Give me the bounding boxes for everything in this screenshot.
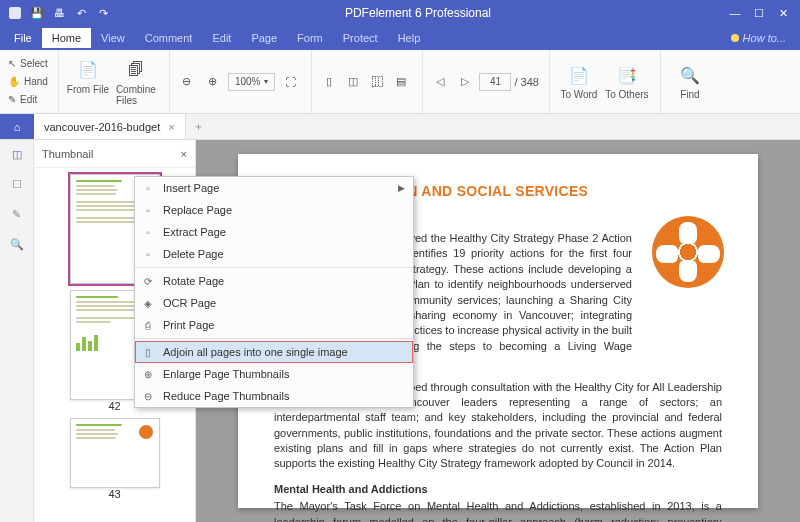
ocr-icon: ◈ [141, 298, 155, 309]
qat-undo-icon[interactable]: ↶ [74, 6, 88, 20]
word-icon: 📄 [567, 63, 591, 87]
minimize-button[interactable]: — [728, 7, 742, 20]
menu-comment[interactable]: Comment [135, 28, 203, 48]
thumbnail-context-menu: ▫Insert Page▶ ▫Replace Page ▫Extract Pag… [134, 176, 414, 408]
rotate-icon: ⟳ [141, 276, 155, 287]
zoom-value[interactable]: 100% ▾ [228, 73, 276, 91]
close-tab-icon[interactable]: × [168, 121, 174, 133]
bulb-icon [731, 34, 739, 42]
document-tab[interactable]: vancouver-2016-budget × [34, 114, 186, 139]
ctx-extract-page[interactable]: ▫Extract Page [135, 221, 413, 243]
pencil-icon: ✎ [8, 94, 16, 105]
from-file-label: From File [67, 84, 109, 95]
submenu-arrow-icon: ▶ [398, 183, 405, 193]
doc-paragraph: The Mayor's Task Force on Mental Health … [274, 499, 722, 522]
ctx-label: Enlarge Page Thumbnails [163, 368, 289, 380]
activity-search-icon[interactable]: 🔍 [9, 236, 25, 252]
ctx-label: Print Page [163, 319, 214, 331]
page-thumbnail[interactable] [70, 418, 160, 488]
menu-view[interactable]: View [91, 28, 135, 48]
page-plus-icon: 📄 [76, 58, 100, 82]
workspace: ◫ ☐ ✎ 🔍 Thumbnail × [0, 140, 800, 522]
find-button[interactable]: 🔍Find [667, 63, 713, 100]
to-word-label: To Word [560, 89, 597, 100]
menu-protect[interactable]: Protect [333, 28, 388, 48]
thumbnail-close-icon[interactable]: × [181, 148, 187, 160]
find-label: Find [680, 89, 699, 100]
from-file-button[interactable]: 📄From File [65, 58, 111, 106]
menu-help[interactable]: Help [388, 28, 431, 48]
ctx-label: Rotate Page [163, 275, 224, 287]
page-number: 42 [108, 400, 120, 412]
tool-select[interactable]: ↖Select [8, 56, 48, 72]
ctx-enlarge-thumbnails[interactable]: ⊕Enlarge Page Thumbnails [135, 363, 413, 385]
qat-redo-icon[interactable]: ↷ [96, 6, 110, 20]
ctx-delete-page[interactable]: ▫Delete Page [135, 243, 413, 265]
ctx-replace-page[interactable]: ▫Replace Page [135, 199, 413, 221]
maximize-button[interactable]: ☐ [752, 7, 766, 20]
ctx-ocr-page[interactable]: ◈OCR Page [135, 292, 413, 314]
prev-page-button[interactable]: ◁ [429, 71, 451, 93]
combine-icon: 🗐 [124, 58, 148, 82]
to-others-button[interactable]: 📑To Others [604, 63, 650, 100]
activity-thumbnail-icon[interactable]: ◫ [9, 146, 25, 162]
cursor-icon: ↖ [8, 58, 16, 69]
thumbnail-panel: Thumbnail × [34, 140, 196, 522]
thumb-icon-indicator [139, 425, 153, 439]
menu-edit[interactable]: Edit [202, 28, 241, 48]
fit-page-button[interactable]: ⛶ [279, 71, 301, 93]
page-sep: / [514, 76, 517, 88]
titlebar: 💾 🖶 ↶ ↷ PDFelement 6 Professional — ☐ ✕ [0, 0, 800, 26]
qat-print-icon[interactable]: 🖶 [52, 6, 66, 20]
page-layout-4-button[interactable]: ▤ [390, 71, 412, 93]
menu-page[interactable]: Page [241, 28, 287, 48]
document-tabbar: ⌂ vancouver-2016-budget × ＋ [0, 114, 800, 140]
tool-hand[interactable]: ✋Hand [8, 74, 48, 90]
zoom-out-button[interactable]: ⊖ [176, 71, 198, 93]
menu-form[interactable]: Form [287, 28, 333, 48]
document-tab-label: vancouver-2016-budget [44, 121, 160, 133]
home-tab-button[interactable]: ⌂ [0, 114, 34, 139]
thumbnail-title: Thumbnail [42, 148, 93, 160]
ctx-reduce-thumbnails[interactable]: ⊖Reduce Page Thumbnails [135, 385, 413, 407]
menu-separator [135, 267, 413, 268]
tool-edit[interactable]: ✎Edit [8, 92, 48, 108]
page-layout-2-button[interactable]: ◫ [342, 71, 364, 93]
tool-edit-label: Edit [20, 94, 37, 105]
replace-page-icon: ▫ [141, 205, 155, 216]
page-number: 43 [108, 488, 120, 500]
ctx-rotate-page[interactable]: ⟳Rotate Page [135, 270, 413, 292]
next-page-button[interactable]: ▷ [454, 71, 476, 93]
ribbon: ↖Select ✋Hand ✎Edit 📄From File 🗐Combine … [0, 50, 800, 114]
menubar: File Home View Comment Edit Page Form Pr… [0, 26, 800, 50]
reduce-icon: ⊖ [141, 391, 155, 402]
zoom-value-text: 100% [235, 76, 261, 87]
menu-separator [135, 338, 413, 339]
ctx-label: OCR Page [163, 297, 216, 309]
adjoin-icon: ▯ [141, 347, 155, 358]
page-layout-1-button[interactable]: ▯ [318, 71, 340, 93]
doc-subheading-2: Mental Health and Addictions [274, 482, 722, 497]
menu-file[interactable]: File [4, 28, 42, 48]
print-icon: ⎙ [141, 320, 155, 331]
menu-home[interactable]: Home [42, 28, 91, 48]
howto-search[interactable]: How to... [731, 32, 796, 44]
ctx-label: Insert Page [163, 182, 219, 194]
extract-page-icon: ▫ [141, 227, 155, 238]
close-button[interactable]: ✕ [776, 7, 790, 20]
combine-files-button[interactable]: 🗐Combine Files [113, 58, 159, 106]
ctx-adjoin-pages[interactable]: ▯Adjoin all pages into one single image [135, 341, 413, 363]
to-word-button[interactable]: 📄To Word [556, 63, 602, 100]
ctx-print-page[interactable]: ⎙Print Page [135, 314, 413, 336]
tool-select-label: Select [20, 58, 48, 69]
activity-bookmark-icon[interactable]: ☐ [9, 176, 25, 192]
chevron-down-icon: ▾ [264, 77, 268, 86]
ctx-insert-page[interactable]: ▫Insert Page▶ [135, 177, 413, 199]
ctx-label: Extract Page [163, 226, 226, 238]
page-layout-3-button[interactable]: ⿲ [366, 71, 388, 93]
page-current-input[interactable]: 41 [479, 73, 511, 91]
zoom-in-button[interactable]: ⊕ [202, 71, 224, 93]
add-tab-button[interactable]: ＋ [186, 114, 212, 139]
activity-annotation-icon[interactable]: ✎ [9, 206, 25, 222]
qat-save-icon[interactable]: 💾 [30, 6, 44, 20]
